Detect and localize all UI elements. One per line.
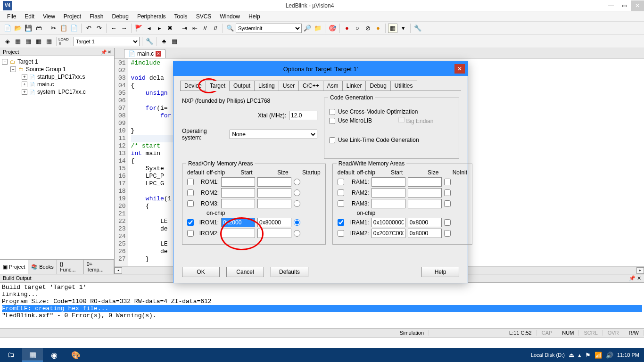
action-center-icon[interactable]: ⚑ xyxy=(585,352,591,359)
outdent-icon[interactable]: ⇤ xyxy=(190,24,199,33)
defaults-button[interactable]: Defaults xyxy=(271,267,308,277)
iram1-start[interactable] xyxy=(372,218,405,227)
minimize-button[interactable]: — xyxy=(604,0,618,11)
maximize-button[interactable]: ▭ xyxy=(618,0,631,11)
tab-output[interactable]: Output xyxy=(229,81,255,90)
iram1-default-checkbox[interactable] xyxy=(338,219,344,226)
ram2-noinit-checkbox[interactable] xyxy=(444,189,451,196)
irom1-start[interactable] xyxy=(221,218,255,227)
bookmark-next-icon[interactable]: ▸ xyxy=(155,24,164,33)
new-icon[interactable]: 📄 xyxy=(3,24,12,33)
dialog-close-button[interactable]: ✕ xyxy=(454,64,465,74)
file-ext-icon[interactable]: ▦ xyxy=(170,37,179,46)
menu-debug[interactable]: Debug xyxy=(108,12,133,21)
undo-icon[interactable]: ↶ xyxy=(84,24,93,33)
iram2-noinit-checkbox[interactable] xyxy=(444,230,451,237)
dropdown-icon[interactable]: ▾ xyxy=(398,24,408,33)
comment-icon[interactable]: // xyxy=(200,24,210,33)
rom2-startup-radio[interactable] xyxy=(294,189,300,196)
ram1-default-checkbox[interactable] xyxy=(338,179,344,185)
configure-icon[interactable]: 🔧 xyxy=(413,24,422,33)
linktime-checkbox[interactable] xyxy=(329,137,335,143)
expand-icon[interactable]: + xyxy=(22,82,27,87)
irom2-startup-radio[interactable] xyxy=(294,230,300,237)
disk-label[interactable]: Local Disk (D:) xyxy=(531,352,565,358)
irom2-default-checkbox[interactable] xyxy=(187,230,194,237)
ram2-start[interactable] xyxy=(372,188,405,197)
ok-button[interactable]: OK xyxy=(182,267,220,277)
menu-help[interactable]: Help xyxy=(244,12,264,21)
download-icon[interactable]: LOAD⬇ xyxy=(59,37,68,46)
tab-ccpp[interactable]: C/C++ xyxy=(298,81,323,90)
menu-view[interactable]: View xyxy=(39,12,59,21)
close-button[interactable]: ✕ xyxy=(631,0,644,11)
build-output[interactable]: Build target 'Target 1'linking...Program… xyxy=(0,283,644,328)
menu-project[interactable]: Project xyxy=(59,12,85,21)
tab-project[interactable]: ▣ Project xyxy=(0,260,28,274)
menu-tools[interactable]: Tools xyxy=(170,12,192,21)
menu-flash[interactable]: Flash xyxy=(85,12,107,21)
ram2-size[interactable] xyxy=(408,188,442,197)
tree-file[interactable]: + 📄 startup_LPC17xx.s xyxy=(1,73,113,81)
tab-utilities[interactable]: Utilities xyxy=(390,81,417,90)
collapse-icon[interactable]: − xyxy=(2,59,8,65)
project-tree[interactable]: − 🗀 Target 1 − 🗀 Source Group 1 + 📄 star… xyxy=(0,56,114,259)
debug-icon[interactable]: 🎯 xyxy=(328,24,337,33)
menu-window[interactable]: Window xyxy=(215,12,244,21)
menu-edit[interactable]: Edit xyxy=(20,12,39,21)
batch-build-icon[interactable]: ▦ xyxy=(34,37,43,46)
paste-icon[interactable]: 📄 xyxy=(69,24,79,33)
save-all-icon[interactable]: 🗃 xyxy=(34,24,43,33)
editor-tab-main[interactable]: 📄 main.c ✕ xyxy=(124,49,165,58)
breakpoint-icon[interactable]: ● xyxy=(342,24,352,33)
menu-svcs[interactable]: SVCS xyxy=(192,12,216,21)
pin-icon[interactable]: 📌 xyxy=(101,49,107,55)
uvision-taskbar-icon[interactable]: ▦ xyxy=(22,348,43,362)
ram3-default-checkbox[interactable] xyxy=(338,200,344,207)
tree-file[interactable]: + 📄 system_LPC17xx.c xyxy=(1,88,113,96)
iram2-size[interactable] xyxy=(408,229,442,238)
nav-fwd-icon[interactable]: → xyxy=(119,24,129,33)
copy-icon[interactable]: 📋 xyxy=(59,24,68,33)
find-files-icon[interactable]: 📁 xyxy=(313,24,322,33)
tab-debug[interactable]: Debug xyxy=(365,81,390,90)
volume-icon[interactable]: 🔊 xyxy=(606,352,613,359)
tab-linker[interactable]: Linker xyxy=(342,81,366,90)
help-button[interactable]: Help xyxy=(421,267,459,277)
collapse-icon[interactable]: − xyxy=(10,66,16,72)
irom2-start[interactable] xyxy=(221,229,255,238)
bookmark-icon[interactable]: 🚩 xyxy=(134,24,143,33)
menu-peripherals[interactable]: Peripherals xyxy=(133,12,170,21)
rom3-default-checkbox[interactable] xyxy=(187,200,194,207)
build-icon[interactable]: ▦ xyxy=(13,37,23,46)
pin-icon[interactable]: 📌 xyxy=(629,275,636,281)
open-icon[interactable]: 📂 xyxy=(13,24,23,33)
tab-user[interactable]: User xyxy=(279,81,299,90)
rom2-size[interactable] xyxy=(257,188,291,197)
ram3-start[interactable] xyxy=(372,199,405,208)
find-combo[interactable]: SystemInit xyxy=(236,24,302,33)
iram1-noinit-checkbox[interactable] xyxy=(444,219,451,226)
bookmark-prev-icon[interactable]: ◂ xyxy=(144,24,154,33)
iram2-start[interactable] xyxy=(372,229,405,238)
rom1-start[interactable] xyxy=(221,177,255,187)
dialog-titlebar[interactable]: Options for Target 'Target 1' ✕ xyxy=(173,62,468,76)
paint-icon[interactable]: 🎨 xyxy=(66,348,86,362)
irom1-startup-radio[interactable] xyxy=(294,219,300,226)
close-panel-icon[interactable]: ✕ xyxy=(637,275,641,281)
options-icon[interactable]: 🔧 xyxy=(145,37,154,46)
tab-templates[interactable]: 0+ Temp... xyxy=(84,260,114,274)
iram1-size[interactable] xyxy=(408,218,442,227)
rom3-size[interactable] xyxy=(257,199,291,208)
explorer-icon[interactable]: 🗂 xyxy=(0,348,21,362)
manage-icon[interactable]: ♣ xyxy=(159,37,169,46)
eject-icon[interactable]: ⏏ xyxy=(569,352,574,359)
tab-listing[interactable]: Listing xyxy=(254,81,279,90)
ram1-noinit-checkbox[interactable] xyxy=(444,179,451,185)
cut-icon[interactable]: ✂ xyxy=(49,24,58,33)
rom1-startup-radio[interactable] xyxy=(294,179,300,185)
clock[interactable]: 11:10 PM xyxy=(617,352,639,358)
network-icon[interactable]: 📶 xyxy=(594,352,602,359)
iram2-default-checkbox[interactable] xyxy=(338,230,344,237)
ram3-size[interactable] xyxy=(408,199,442,208)
